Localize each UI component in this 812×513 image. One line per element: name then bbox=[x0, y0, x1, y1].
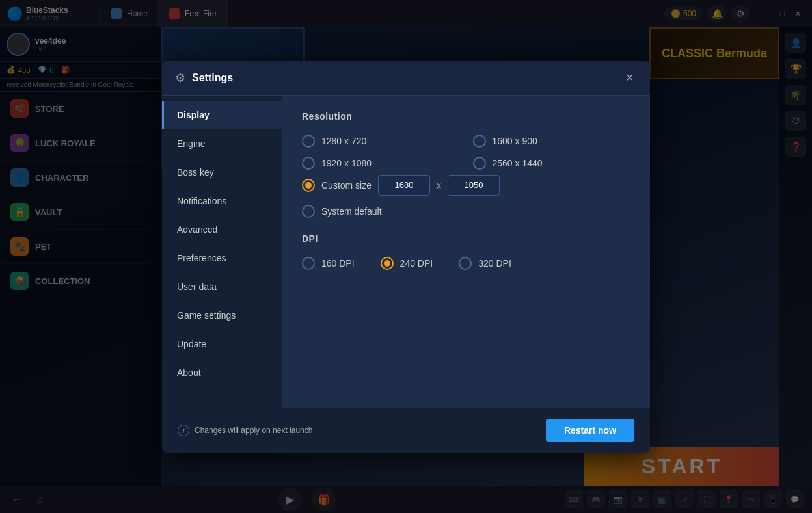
nav-engine[interactable]: Engine bbox=[162, 129, 282, 158]
footer-info: i Changes will apply on next launch bbox=[178, 425, 312, 436]
radio-1280x720-circle bbox=[302, 135, 315, 148]
radio-custom-circle bbox=[302, 179, 315, 192]
modal-close-button[interactable]: ✕ bbox=[621, 70, 637, 86]
settings-modal: ⚙ Settings ✕ Display Engine Boss key Not… bbox=[162, 61, 650, 453]
modal-body: Display Engine Boss key Notifications Ad… bbox=[162, 96, 650, 408]
custom-height-input[interactable] bbox=[448, 175, 500, 196]
radio-160dpi-circle bbox=[302, 257, 315, 270]
radio-1920x1080-label: 1920 x 1080 bbox=[321, 158, 372, 168]
resolution-label: Resolution bbox=[302, 111, 630, 122]
custom-size-row: Custom size x bbox=[302, 175, 630, 196]
nav-preferences[interactable]: Preferences bbox=[162, 244, 282, 272]
dpi-160-label: 160 DPI bbox=[321, 258, 355, 269]
system-default-row: System default bbox=[302, 205, 630, 218]
nav-about[interactable]: About bbox=[162, 358, 282, 387]
resolution-grid: 1280 x 720 1600 x 900 1920 x 1080 2560 x… bbox=[302, 135, 630, 170]
nav-advanced[interactable]: Advanced bbox=[162, 215, 282, 244]
radio-240dpi-dot bbox=[384, 260, 390, 267]
modal-footer: i Changes will apply on next launch Rest… bbox=[162, 408, 650, 453]
radio-custom-dot bbox=[305, 182, 312, 189]
gear-icon: ⚙ bbox=[175, 71, 185, 85]
dpi-160[interactable]: 160 DPI bbox=[302, 257, 355, 270]
custom-size-radio[interactable]: Custom size bbox=[302, 179, 372, 192]
footer-info-text: Changes will apply on next launch bbox=[195, 426, 312, 435]
dpi-240[interactable]: 240 DPI bbox=[381, 257, 433, 270]
restart-now-button[interactable]: Restart now bbox=[546, 419, 634, 442]
resolution-2560x1440[interactable]: 2560 x 1440 bbox=[473, 157, 631, 170]
dpi-label: DPI bbox=[302, 233, 630, 244]
dpi-grid: 160 DPI 240 DPI 320 DPI bbox=[302, 257, 630, 270]
dpi-240-label: 240 DPI bbox=[400, 258, 433, 269]
modal-nav: Display Engine Boss key Notifications Ad… bbox=[162, 96, 282, 408]
system-default-radio[interactable]: System default bbox=[302, 205, 382, 218]
modal-header: ⚙ Settings ✕ bbox=[162, 61, 650, 96]
resolution-1600x900[interactable]: 1600 x 900 bbox=[473, 135, 631, 148]
nav-display[interactable]: Display bbox=[162, 101, 282, 129]
radio-2560x1440-circle bbox=[473, 157, 486, 170]
info-icon: i bbox=[178, 425, 189, 436]
dpi-section: DPI 160 DPI 240 DPI 320 DPI bbox=[302, 233, 630, 270]
custom-width-input[interactable] bbox=[378, 175, 430, 196]
custom-x-separator: x bbox=[437, 180, 441, 191]
nav-boss-key[interactable]: Boss key bbox=[162, 158, 282, 187]
resolution-1920x1080[interactable]: 1920 x 1080 bbox=[302, 157, 460, 170]
radio-1920x1080-circle bbox=[302, 157, 315, 170]
nav-user-data[interactable]: User data bbox=[162, 272, 282, 301]
radio-1280x720-label: 1280 x 720 bbox=[321, 136, 366, 146]
modal-content: Resolution 1280 x 720 1600 x 900 1920 x … bbox=[282, 96, 650, 408]
radio-1600x900-circle bbox=[473, 135, 486, 148]
modal-title: Settings bbox=[192, 72, 615, 84]
resolution-1280x720[interactable]: 1280 x 720 bbox=[302, 135, 460, 148]
dpi-320-label: 320 DPI bbox=[478, 258, 511, 269]
system-default-label: System default bbox=[321, 206, 382, 217]
radio-system-circle bbox=[302, 205, 315, 218]
nav-update[interactable]: Update bbox=[162, 330, 282, 358]
radio-2560x1440-label: 2560 x 1440 bbox=[493, 158, 543, 168]
nav-notifications[interactable]: Notifications bbox=[162, 187, 282, 215]
radio-320dpi-circle bbox=[459, 257, 472, 270]
nav-game-settings[interactable]: Game settings bbox=[162, 301, 282, 330]
dpi-320[interactable]: 320 DPI bbox=[459, 257, 511, 270]
radio-240dpi-circle bbox=[381, 257, 394, 270]
custom-size-label: Custom size bbox=[321, 180, 372, 191]
radio-1600x900-label: 1600 x 900 bbox=[493, 136, 537, 146]
